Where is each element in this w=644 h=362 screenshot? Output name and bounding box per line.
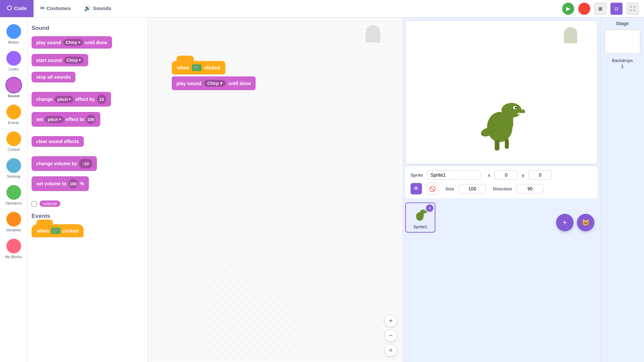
tab-code[interactable]: ⬡ Code (0, 0, 34, 17)
stop-button[interactable] (578, 3, 590, 15)
add-sprite-button[interactable]: + (556, 214, 574, 231)
sounds-icon: 🔊 (84, 5, 91, 11)
add-backdrop-icon: 🐱 (582, 219, 589, 226)
sprite-info-panel: Sprite x y 👁 🚫 Size Direction (405, 166, 598, 198)
canvas-chirp-dropdown[interactable]: Chirp ▾ (204, 80, 226, 87)
stage-dino-sprite (478, 90, 525, 150)
sprite-delete-button[interactable]: ✕ (426, 204, 433, 212)
canvas-play-label: play sound (176, 81, 201, 86)
tab-costumes[interactable]: ✂ Costumes (34, 0, 78, 17)
block-clear-sound-effects[interactable]: clear sound effects (32, 136, 144, 149)
direction-input[interactable] (517, 184, 543, 193)
sprite-info-row1: Sprite x y (411, 170, 592, 180)
svg-rect-13 (505, 114, 513, 128)
block-volume-label[interactable]: volume (40, 200, 60, 207)
add-backdrop-button[interactable]: 🐱 (577, 214, 594, 231)
looks-circle (6, 51, 21, 66)
sprites-area: ✕ Sprite1 + 🐱 (402, 200, 600, 235)
size-input[interactable] (459, 184, 486, 193)
sprite-thumb-sprite1[interactable]: ✕ Sprite1 (405, 202, 435, 233)
zoom-controls: + − ≡ (384, 314, 397, 357)
y-label: y (522, 173, 524, 178)
canvas-hat-block[interactable]: when 🏁 clicked (172, 61, 225, 74)
script-area[interactable]: when 🏁 clicked play sound Chirp ▾ until … (148, 17, 402, 362)
svg-rect-22 (421, 213, 424, 217)
right-panel: Stage Backdrops 1 (600, 17, 644, 362)
sidebar: Motion Looks Sound Events Control Sensin… (0, 17, 28, 362)
events-hat-preview[interactable]: when 🏁 clicked (32, 224, 144, 237)
sprite-label: Sprite (411, 173, 423, 178)
x-label: x (488, 173, 490, 178)
sidebar-label-variables: Variables (6, 228, 21, 232)
sidebar-label-myblocks: My Blocks (5, 255, 22, 259)
sidebar-label-motion: Motion (8, 40, 19, 44)
volume-checkbox[interactable] (32, 201, 37, 206)
backdrops-count: 1 (621, 64, 624, 69)
sound-circle (6, 78, 21, 93)
sidebar-label-looks: Looks (9, 67, 18, 71)
sensing-circle (6, 158, 21, 173)
variables-circle (6, 212, 21, 227)
stage-section: Sprite x y 👁 🚫 Size Direction (402, 17, 600, 362)
top-bar: ⬡ Code ✂ Costumes 🔊 Sounds ⊞ ⊟ ⛶ (0, 0, 644, 17)
x-input[interactable] (494, 170, 518, 180)
sidebar-label-sensing: Sensing (7, 174, 20, 178)
svg-rect-11 (495, 140, 499, 150)
sidebar-item-looks[interactable]: Looks (0, 48, 27, 74)
top-controls: ⊞ ⊟ ⛶ (562, 3, 644, 15)
eye-icon: 👁 (414, 186, 419, 192)
sidebar-item-motion[interactable]: Motion (0, 21, 27, 47)
hide-button[interactable]: 🚫 (427, 183, 438, 194)
layout-btn-2[interactable]: ⊟ (610, 3, 623, 15)
sidebar-label-operators: Operators (5, 201, 22, 205)
sidebar-item-sound[interactable]: Sound (0, 75, 27, 101)
operators-circle (6, 185, 21, 200)
sprite-name-input[interactable] (427, 170, 481, 180)
sidebar-label-events: Events (8, 121, 19, 125)
sidebar-item-events[interactable]: Events (0, 102, 27, 127)
canvas-until-label: until done (228, 81, 251, 86)
block-change-pitch-effect[interactable]: change pitch effect by 10 (32, 92, 144, 109)
stage-panel-title: Stage (616, 21, 629, 26)
svg-point-7 (515, 107, 517, 109)
motion-circle (6, 24, 21, 39)
sidebar-label-sound: Sound (8, 94, 19, 98)
tab-sounds[interactable]: 🔊 Sounds (77, 0, 118, 17)
sound-section-title: Sound (32, 25, 144, 32)
block-start-sound[interactable]: start sound Chirp (32, 54, 144, 69)
code-icon: ⬡ (7, 4, 12, 12)
block-stop-all-sounds[interactable]: stop all sounds (32, 72, 144, 85)
size-label: Size (445, 186, 454, 191)
tab-costumes-label: Costumes (47, 5, 71, 11)
stage-thumbnail[interactable] (605, 29, 640, 54)
sidebar-item-control[interactable]: Control (0, 129, 27, 154)
canvas-flag-icon: 🏁 (192, 64, 202, 71)
sprite-info-row2: 👁 🚫 Size Direction (411, 183, 592, 194)
direction-label: Direction (493, 186, 512, 191)
fullscreen-btn[interactable]: ⛶ (627, 3, 639, 15)
sidebar-item-myblocks[interactable]: My Blocks (0, 236, 27, 261)
stage-ghost-sprite (562, 26, 579, 50)
block-play-sound-until-done[interactable]: play sound Chirp until done (32, 36, 144, 51)
canvas-sound-block[interactable]: play sound Chirp ▾ until done (172, 76, 256, 90)
stage-viewport (405, 20, 598, 164)
sidebar-item-sensing[interactable]: Sensing (0, 156, 27, 181)
block-set-volume[interactable]: set volume to 100 % (32, 176, 144, 194)
show-button[interactable]: 👁 (411, 183, 422, 194)
zoom-in-button[interactable]: + (384, 314, 397, 327)
layout-btn-1[interactable]: ⊞ (594, 3, 606, 15)
myblocks-circle (6, 239, 21, 253)
events-section-title: Events (32, 213, 144, 220)
green-flag-button[interactable] (562, 3, 574, 15)
block-change-volume[interactable]: change volume by -10 (32, 156, 144, 174)
sidebar-item-variables[interactable]: Variables (0, 209, 27, 235)
zoom-out-button[interactable]: − (384, 329, 397, 342)
hide-icon: 🚫 (429, 186, 436, 192)
svg-rect-19 (425, 212, 427, 213)
zoom-fit-button[interactable]: ≡ (384, 344, 397, 357)
y-input[interactable] (528, 170, 552, 180)
sidebar-label-control: Control (8, 147, 19, 152)
block-set-pitch-effect[interactable]: set pitch effect to 100 (32, 112, 144, 129)
sidebar-item-operators[interactable]: Operators (0, 182, 27, 208)
hat-flag-icon: 🏁 (51, 228, 60, 234)
